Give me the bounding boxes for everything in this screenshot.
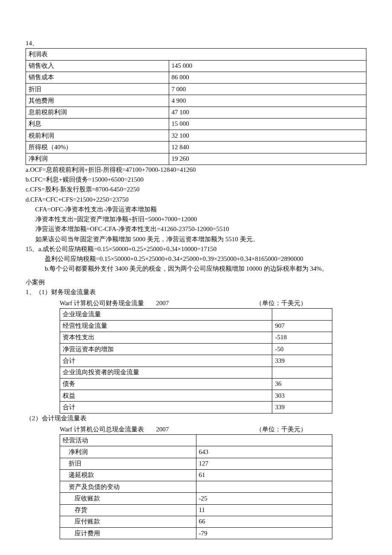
calc-d5: 如果该公司当年固定资产净额增加 5000 美元，净营运资本增加额为 5510 美… bbox=[26, 234, 366, 244]
case2-label: （2）会计现金流量表 bbox=[26, 413, 366, 423]
row-value: 36 bbox=[272, 378, 332, 390]
op-caption-right: （单位：千美元） bbox=[256, 425, 307, 434]
table-row: 权益303 bbox=[60, 390, 332, 402]
table-row: 所得税（40%）12 840 bbox=[26, 142, 366, 153]
calc-d1: d.CFA=CFC+CFS=21500+2250=23750 bbox=[26, 195, 366, 205]
table-row: 企业流向投资者的现金流量 bbox=[60, 367, 332, 378]
row-label: 利息 bbox=[26, 118, 169, 130]
cf-table-caption: Warf 计算机公司财务现金流量2007 （单位：千美元） bbox=[60, 298, 332, 308]
table-row: 资产及负债的变动 bbox=[60, 481, 332, 493]
calc-d3: 净资本性支出=固定资产增加净额+折旧=5000+7000=12000 bbox=[26, 214, 366, 224]
table-row: 其他费用4 900 bbox=[26, 95, 366, 107]
row-value: -50 bbox=[272, 344, 332, 355]
row-value: 32 100 bbox=[169, 130, 366, 142]
row-label: 折旧 bbox=[60, 458, 196, 469]
row-label: 所得税（40%） bbox=[26, 142, 169, 153]
calc-d2: CFA=OFC-净资本性支出-净营运资本增加额 bbox=[26, 205, 366, 214]
row-label: 资产及负债的变动 bbox=[60, 481, 196, 493]
q14-label: 14、 bbox=[26, 38, 366, 48]
row-value bbox=[196, 481, 332, 493]
row-label: 债务 bbox=[60, 378, 272, 390]
row-value: -79 bbox=[196, 528, 332, 539]
row-value: 15 000 bbox=[169, 118, 366, 130]
row-value: 7 000 bbox=[169, 84, 366, 95]
case1-label: 1、（1）财务现金流量表 bbox=[26, 287, 366, 297]
row-value: 4 900 bbox=[169, 95, 366, 107]
table-row: 应收账款-25 bbox=[60, 493, 332, 504]
op-table-caption: Warf 计算机公司总现金流量表2007 （单位：千美元） bbox=[60, 425, 332, 434]
row-value: 19 260 bbox=[169, 153, 366, 165]
op-caption-left: Warf 计算机公司总现金流量表 bbox=[60, 425, 144, 434]
q15-a2: 盈利公司应纳税额=0.15×50000+0.25×25000+0.34×2500… bbox=[26, 254, 366, 264]
table-row: 折旧127 bbox=[60, 458, 332, 469]
row-label: 税前利润 bbox=[26, 130, 169, 142]
table-row: 合计339 bbox=[60, 402, 332, 413]
row-label: 应计费用 bbox=[60, 528, 196, 539]
row-label: 企业现金流量 bbox=[60, 309, 272, 320]
row-value: 11 bbox=[196, 504, 332, 516]
table-row: 经营性现金流量907 bbox=[60, 320, 332, 332]
row-label: 经营活动 bbox=[60, 435, 196, 446]
row-label: 息前税前利润 bbox=[26, 107, 169, 118]
op-caption-year: 2007 bbox=[156, 426, 169, 433]
table-row: 经营活动 bbox=[60, 435, 332, 446]
cf-caption-year: 2007 bbox=[156, 300, 169, 306]
table-row: 息前税前利润47 100 bbox=[26, 107, 366, 118]
row-value: 12 840 bbox=[169, 142, 366, 153]
table-row: 应计费用-79 bbox=[60, 528, 332, 539]
calc-d4: 净营运资本增加额=OFC-CFA-净资本性支出=41260-23750-1200… bbox=[26, 224, 366, 234]
row-label: 其他费用 bbox=[26, 95, 169, 107]
cf-caption-right: （单位：千美元） bbox=[256, 298, 307, 308]
row-label: 应收账款 bbox=[60, 493, 196, 504]
row-label: 合计 bbox=[60, 402, 272, 413]
row-label: 经营性现金流量 bbox=[60, 320, 272, 332]
row-label: 权益 bbox=[60, 390, 272, 402]
row-value bbox=[272, 367, 332, 378]
row-value: 66 bbox=[196, 516, 332, 527]
table-row: 债务36 bbox=[60, 378, 332, 390]
table-row: 折旧7 000 bbox=[26, 84, 366, 95]
row-value: 907 bbox=[272, 320, 332, 332]
cf-caption-left: Warf 计算机公司财务现金流量 bbox=[60, 298, 144, 308]
row-value: -518 bbox=[272, 332, 332, 343]
case-label: 小案例 bbox=[26, 278, 366, 287]
table-row: 净营运资本的增加-50 bbox=[60, 344, 332, 355]
row-value: 303 bbox=[272, 390, 332, 402]
row-label: 净利润 bbox=[60, 446, 196, 458]
row-value: 86 000 bbox=[169, 72, 366, 83]
row-value: 127 bbox=[196, 458, 332, 469]
row-label: 企业流向投资者的现金流量 bbox=[60, 367, 272, 378]
table-row: 应付账款66 bbox=[60, 516, 332, 527]
row-value: 339 bbox=[272, 402, 332, 413]
table-row: 净利润19 260 bbox=[26, 153, 366, 165]
row-label: 应付账款 bbox=[60, 516, 196, 527]
table-row: 存货11 bbox=[60, 504, 332, 516]
row-value: 61 bbox=[196, 469, 332, 481]
row-label: 资本性支出 bbox=[60, 332, 272, 343]
row-label: 净营运资本的增加 bbox=[60, 344, 272, 355]
cf-table: 企业现金流量经营性现金流量907资本性支出-518净营运资本的增加-50合计33… bbox=[60, 308, 332, 413]
row-value: 339 bbox=[272, 355, 332, 367]
row-label: 折旧 bbox=[26, 84, 169, 95]
row-label: 递延税款 bbox=[60, 469, 196, 481]
table-row: 递延税款61 bbox=[60, 469, 332, 481]
row-label: 销售收入 bbox=[26, 60, 169, 72]
row-value bbox=[196, 435, 332, 446]
q15-a1: 15、a.成长公司应纳税额=0.15×50000+0.25×25000+0.34… bbox=[26, 244, 366, 254]
row-value: 145 000 bbox=[169, 60, 366, 72]
calc-b: b.CFC=利息+赎回债务=15000+6500=21500 bbox=[26, 175, 366, 185]
table-row: 利息15 000 bbox=[26, 118, 366, 130]
table-row: 净利润643 bbox=[60, 446, 332, 458]
row-value bbox=[272, 309, 332, 320]
calc-a: a.OCF=息前税前利润+折旧-所得税=47100+7000-12840=412… bbox=[26, 165, 366, 175]
income-statement-table: 利润表 销售收入145 000销售成本86 000折旧7 000其他费用4 90… bbox=[26, 48, 366, 165]
table-row: 销售收入145 000 bbox=[26, 60, 366, 72]
income-statement-title: 利润表 bbox=[26, 49, 366, 60]
row-label: 合计 bbox=[60, 355, 272, 367]
row-value: -25 bbox=[196, 493, 332, 504]
calc-c: c.CFS=股利-新发行股票=8700-6450=2250 bbox=[26, 185, 366, 194]
table-row: 合计339 bbox=[60, 355, 332, 367]
row-label: 存货 bbox=[60, 504, 196, 516]
op-table: 经营活动净利润643折旧127递延税款61资产及负债的变动应收账款-25存货11… bbox=[60, 434, 332, 539]
row-label: 净利润 bbox=[26, 153, 169, 165]
